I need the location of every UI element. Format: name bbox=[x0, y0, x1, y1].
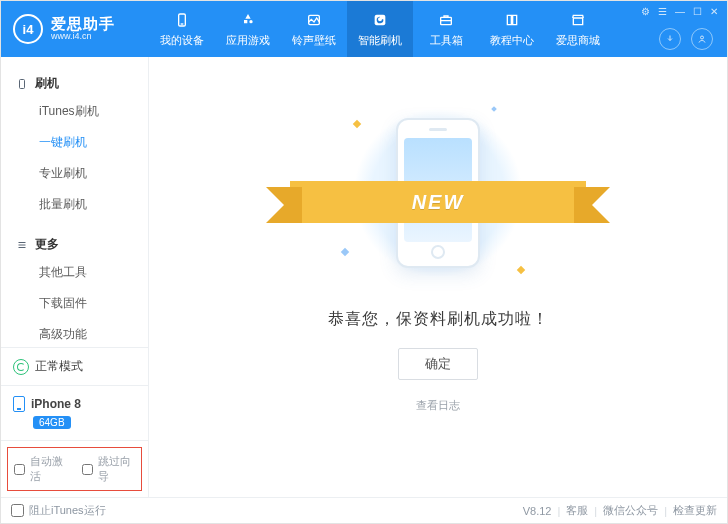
tab-store[interactable]: 爱思商城 bbox=[545, 1, 611, 57]
apps-icon bbox=[239, 11, 257, 29]
ok-button[interactable]: 确定 bbox=[398, 348, 478, 380]
version-text: V8.12 bbox=[523, 505, 552, 517]
mode-label: 正常模式 bbox=[35, 358, 83, 375]
option-label: 自动激活 bbox=[30, 454, 68, 484]
svg-rect-6 bbox=[20, 79, 25, 88]
toolbox-icon bbox=[437, 11, 455, 29]
tab-my-device[interactable]: 我的设备 bbox=[149, 1, 215, 57]
app-header: i4 爱思助手 www.i4.cn 我的设备 应用游戏 铃声壁纸 智能刷机 bbox=[1, 1, 727, 57]
brand-name: 爱思助手 bbox=[51, 16, 115, 33]
refresh-icon bbox=[371, 11, 389, 29]
phone-icon bbox=[13, 396, 25, 412]
tab-label: 智能刷机 bbox=[358, 33, 402, 48]
wechat-link[interactable]: 微信公众号 bbox=[603, 503, 658, 518]
brand-logo-icon: i4 bbox=[13, 14, 43, 44]
tab-label: 爱思商城 bbox=[556, 33, 600, 48]
book-icon bbox=[503, 11, 521, 29]
option-auto-activate[interactable]: 自动激活 bbox=[14, 454, 68, 484]
option-skip-guide[interactable]: 跳过向导 bbox=[82, 454, 136, 484]
sidebar-item-batch-flash[interactable]: 批量刷机 bbox=[1, 189, 148, 220]
tab-smart-flash[interactable]: 智能刷机 bbox=[347, 1, 413, 57]
sidebar-item-other-tools[interactable]: 其他工具 bbox=[1, 257, 148, 288]
tab-ringtones-wallpapers[interactable]: 铃声壁纸 bbox=[281, 1, 347, 57]
support-link[interactable]: 客服 bbox=[566, 503, 588, 518]
option-label: 跳过向导 bbox=[98, 454, 136, 484]
status-bar: 阻止iTunes运行 V8.12 | 客服 | 微信公众号 | 检查更新 bbox=[1, 497, 727, 523]
minimize-button[interactable]: — bbox=[675, 6, 685, 17]
sidebar-mode-block: 正常模式 bbox=[1, 347, 148, 385]
sidebar: 刷机 iTunes刷机 一键刷机 专业刷机 批量刷机 更多 其他工具 下载固件 … bbox=[1, 57, 149, 497]
tab-label: 应用游戏 bbox=[226, 33, 270, 48]
svg-rect-3 bbox=[375, 14, 386, 25]
tab-apps-games[interactable]: 应用游戏 bbox=[215, 1, 281, 57]
download-button[interactable] bbox=[659, 28, 681, 50]
brand: i4 爱思助手 www.i4.cn bbox=[1, 1, 149, 57]
tab-label: 教程中心 bbox=[490, 33, 534, 48]
status-label: 阻止iTunes运行 bbox=[29, 503, 106, 518]
list-icon bbox=[15, 238, 29, 252]
storage-badge: 64GB bbox=[33, 416, 71, 429]
block-itunes-checkbox[interactable] bbox=[11, 504, 24, 517]
sidebar-item-advanced[interactable]: 高级功能 bbox=[1, 319, 148, 347]
device-icon bbox=[15, 77, 29, 91]
sidebar-group-header[interactable]: 更多 bbox=[1, 232, 148, 257]
maximize-button[interactable]: ☐ bbox=[693, 6, 702, 17]
sidebar-group-title: 更多 bbox=[35, 236, 59, 253]
main-content: NEW 恭喜您，保资料刷机成功啦！ 确定 查看日志 bbox=[149, 57, 727, 497]
update-link[interactable]: 检查更新 bbox=[673, 503, 717, 518]
device-mode[interactable]: 正常模式 bbox=[13, 358, 136, 375]
congrats-message: 恭喜您，保资料刷机成功啦！ bbox=[328, 309, 549, 330]
settings-icon[interactable]: ⚙ bbox=[641, 6, 650, 17]
brand-url: www.i4.cn bbox=[51, 32, 115, 42]
device-row[interactable]: iPhone 8 bbox=[13, 396, 136, 412]
image-icon bbox=[305, 11, 323, 29]
device-name: iPhone 8 bbox=[31, 397, 81, 411]
header-tabs: 我的设备 应用游戏 铃声壁纸 智能刷机 工具箱 教程中心 bbox=[149, 1, 655, 57]
tab-label: 工具箱 bbox=[430, 33, 463, 48]
tab-toolbox[interactable]: 工具箱 bbox=[413, 1, 479, 57]
highlighted-options: 自动激活 跳过向导 bbox=[7, 447, 142, 491]
tab-tutorials[interactable]: 教程中心 bbox=[479, 1, 545, 57]
skip-guide-checkbox[interactable] bbox=[82, 464, 93, 475]
new-ribbon: NEW bbox=[290, 181, 586, 223]
tab-label: 我的设备 bbox=[160, 33, 204, 48]
view-log-link[interactable]: 查看日志 bbox=[416, 398, 460, 413]
sidebar-group-more: 更多 其他工具 下载固件 高级功能 bbox=[1, 226, 148, 347]
sidebar-group-flash: 刷机 iTunes刷机 一键刷机 专业刷机 批量刷机 bbox=[1, 65, 148, 226]
ribbon-text: NEW bbox=[290, 181, 586, 223]
sidebar-device-block: iPhone 8 64GB bbox=[1, 385, 148, 440]
close-button[interactable]: ✕ bbox=[710, 6, 718, 17]
block-itunes-option[interactable]: 阻止iTunes运行 bbox=[11, 503, 106, 518]
sidebar-item-download-firmware[interactable]: 下载固件 bbox=[1, 288, 148, 319]
sidebar-item-itunes-flash[interactable]: iTunes刷机 bbox=[1, 96, 148, 127]
hero-illustration: NEW bbox=[328, 103, 548, 283]
phone-icon bbox=[173, 11, 191, 29]
sidebar-group-header[interactable]: 刷机 bbox=[1, 71, 148, 96]
store-icon bbox=[569, 11, 587, 29]
window-controls: ⚙ ☰ — ☐ ✕ bbox=[641, 6, 718, 17]
mode-icon bbox=[13, 359, 29, 375]
sidebar-options-block: 自动激活 跳过向导 bbox=[1, 440, 148, 497]
auto-activate-checkbox[interactable] bbox=[14, 464, 25, 475]
svg-point-5 bbox=[701, 36, 704, 39]
sidebar-item-pro-flash[interactable]: 专业刷机 bbox=[1, 158, 148, 189]
menu-icon[interactable]: ☰ bbox=[658, 6, 667, 17]
tab-label: 铃声壁纸 bbox=[292, 33, 336, 48]
sidebar-item-oneclick-flash[interactable]: 一键刷机 bbox=[1, 127, 148, 158]
sidebar-group-title: 刷机 bbox=[35, 75, 59, 92]
user-button[interactable] bbox=[691, 28, 713, 50]
